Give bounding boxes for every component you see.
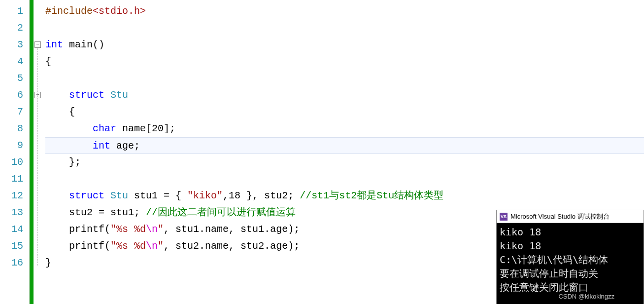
console-line: kiko 18 bbox=[500, 239, 641, 253]
fold-guide bbox=[37, 48, 38, 266]
line-number: 5 bbox=[0, 70, 23, 87]
vs-icon: VS bbox=[500, 213, 508, 221]
line-number: 8 bbox=[0, 120, 23, 137]
code-line[interactable] bbox=[45, 20, 644, 37]
line-number: 11 bbox=[0, 171, 23, 188]
debug-console-window[interactable]: VS Microsoft Visual Studio 调试控制台 kiko 18… bbox=[496, 210, 644, 304]
line-number: 10 bbox=[0, 154, 23, 171]
fold-gutter: − − bbox=[34, 0, 43, 304]
line-number: 15 bbox=[0, 238, 23, 255]
line-number: 4 bbox=[0, 53, 23, 70]
line-number-gutter: 1 2 3 4 5 6 7 8 9 10 11 12 13 14 15 16 bbox=[0, 0, 30, 304]
code-line[interactable]: int main() bbox=[45, 37, 644, 53]
code-line[interactable]: char name[20]; bbox=[45, 120, 644, 137]
code-line[interactable]: { bbox=[45, 53, 644, 70]
console-line: kiko 18 bbox=[500, 225, 641, 239]
console-output[interactable]: kiko 18 kiko 18 C:\计算机\代码\结构体 要在调试停止时自动关… bbox=[497, 223, 644, 304]
line-number: 7 bbox=[0, 104, 23, 120]
console-line: 按任意键关闭此窗口 bbox=[500, 280, 641, 294]
code-line[interactable]: struct Stu stu1 = { "kiko",18 }, stu2; /… bbox=[45, 188, 644, 204]
line-number: 3 bbox=[0, 37, 23, 53]
line-number: 13 bbox=[0, 204, 23, 221]
code-line[interactable] bbox=[45, 171, 644, 188]
change-bar bbox=[30, 0, 34, 304]
code-line[interactable]: struct Stu bbox=[45, 87, 644, 104]
console-title-text: Microsoft Visual Studio 调试控制台 bbox=[510, 212, 610, 221]
watermark-text: CSDN @kikokingzz bbox=[558, 293, 614, 300]
line-number: 1 bbox=[0, 3, 23, 20]
line-number: 16 bbox=[0, 255, 23, 271]
code-line-active[interactable]: int age; bbox=[45, 137, 644, 154]
console-titlebar[interactable]: VS Microsoft Visual Studio 调试控制台 bbox=[497, 210, 644, 223]
line-number: 9 bbox=[0, 137, 23, 154]
line-number: 12 bbox=[0, 188, 23, 204]
console-line: 要在调试停止时自动关 bbox=[500, 266, 641, 280]
console-line: C:\计算机\代码\结构体 bbox=[500, 253, 641, 266]
fold-toggle[interactable]: − bbox=[34, 41, 41, 48]
line-number: 14 bbox=[0, 221, 23, 238]
code-line[interactable] bbox=[45, 70, 644, 87]
code-line[interactable]: { bbox=[45, 104, 644, 120]
line-number: 6 bbox=[0, 87, 23, 104]
code-line[interactable]: }; bbox=[45, 154, 644, 171]
line-number: 2 bbox=[0, 20, 23, 37]
code-line[interactable]: #include<stdio.h> bbox=[45, 3, 644, 20]
